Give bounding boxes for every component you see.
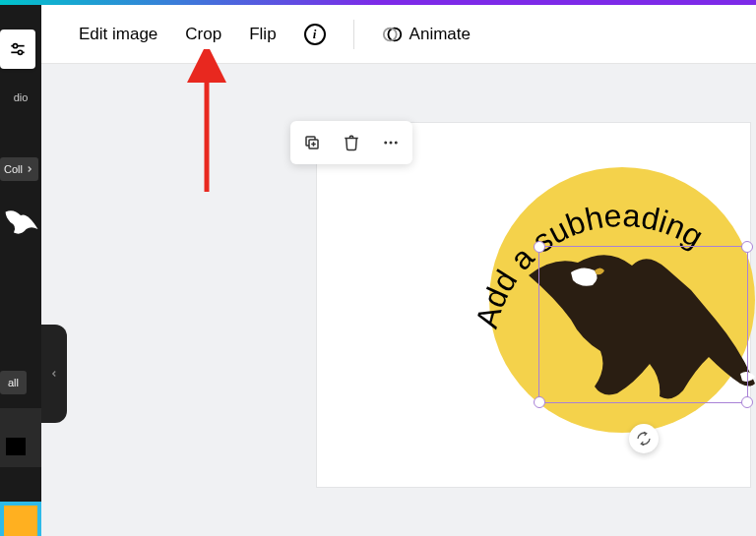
resize-handle-tl[interactable] <box>534 241 545 253</box>
chip-label: all <box>8 377 19 388</box>
thumb-shape <box>6 438 26 455</box>
svg-point-10 <box>384 142 387 145</box>
svg-point-12 <box>395 142 398 145</box>
button-label: Crop <box>185 25 221 44</box>
asset-thumbnail-dark[interactable] <box>0 408 41 467</box>
info-icon[interactable]: i <box>304 24 326 45</box>
delete-button[interactable] <box>336 127 367 158</box>
duplicate-button[interactable] <box>296 127 328 158</box>
duplicate-icon <box>303 134 321 151</box>
sidebar-collapse-handle[interactable] <box>41 325 67 423</box>
trash-icon <box>343 134 360 151</box>
sliders-icon <box>8 39 28 59</box>
rotate-icon <box>636 431 652 447</box>
context-toolbar: Edit image Crop Flip i Animate <box>41 5 756 64</box>
asset-thumbnail-color[interactable] <box>0 502 41 536</box>
resize-handle-tr[interactable] <box>741 241 753 253</box>
more-horizontal-icon <box>382 134 400 151</box>
chevron-right-icon <box>25 164 34 174</box>
chevron-left-icon <box>49 369 59 379</box>
resize-handle-bl[interactable] <box>534 396 545 408</box>
resize-handle-br[interactable] <box>741 396 753 408</box>
eagle-thumb-icon <box>0 202 41 243</box>
sidebar-label: dio <box>14 91 29 103</box>
rotate-handle[interactable] <box>629 424 659 453</box>
button-label: Flip <box>249 25 276 44</box>
filter-chip-collection[interactable]: Coll <box>0 157 38 181</box>
asset-thumbnail-eagle[interactable] <box>0 202 41 251</box>
svg-point-11 <box>390 142 393 145</box>
animate-icon <box>382 24 404 45</box>
selection-bounding-box[interactable] <box>538 246 748 403</box>
button-label: Animate <box>410 25 471 44</box>
adjustments-button[interactable] <box>0 30 35 69</box>
animate-button[interactable]: Animate <box>382 24 471 45</box>
edit-image-button[interactable]: Edit image <box>79 25 158 44</box>
filter-chip-all[interactable]: all <box>0 371 27 394</box>
flip-button[interactable]: Flip <box>249 25 276 44</box>
button-label: Edit image <box>79 25 158 44</box>
svg-point-1 <box>13 44 17 48</box>
crop-button[interactable]: Crop <box>185 25 221 44</box>
svg-point-3 <box>18 50 22 54</box>
left-sidebar: dio Coll all <box>0 5 41 536</box>
canvas-workspace[interactable]: Add a subheading <box>41 64 756 536</box>
more-options-button[interactable] <box>375 127 407 158</box>
element-floating-toolbar <box>290 121 412 164</box>
design-page[interactable]: Add a subheading <box>317 123 750 487</box>
toolbar-divider <box>353 20 354 49</box>
chip-label: Coll <box>4 163 23 175</box>
sidebar-tab-studio[interactable]: dio <box>0 86 41 109</box>
